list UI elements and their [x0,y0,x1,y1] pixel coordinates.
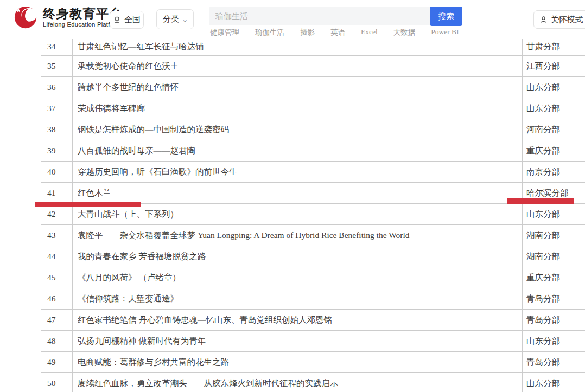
table-row[interactable]: 38 钢铁是怎样炼成的—中国制造的逆袭密码 河南分部 [41,119,585,140]
category-dropdown-label: 分类 [163,14,179,24]
row-number-cell: 41 [41,183,73,203]
row-branch-cell: 山东分部 [523,373,585,392]
logo-phoenix-icon [13,5,38,30]
row-title-cell[interactable]: 承载党初心使命的红色沃土 [73,56,523,76]
row-number-cell: 40 [41,162,73,182]
row-title-cell[interactable]: 荣成伟德将军碑廊 [73,98,523,119]
region-button[interactable]: 全国 [110,11,144,29]
row-branch-cell: 青岛分部 [523,288,585,309]
search-bar: 搜索 [209,7,462,26]
row-number-cell: 46 [41,288,73,309]
row-number-cell: 42 [41,204,73,224]
row-title-cell[interactable]: 红色家书绝笔信 丹心碧血铸忠魂—忆山东、青岛党组织创始人邓恩铭 [73,310,523,330]
search-button[interactable]: 搜索 [430,7,462,26]
row-title-cell[interactable]: 赓续红色血脉，勇立改革潮头——从胶东烽火到新时代征程的实践启示 [73,373,523,392]
row-title-cell[interactable]: 电商赋能：葛群修与乡村共富的花生之路 [73,352,523,372]
table-row[interactable]: 49 电商赋能：葛群修与乡村共富的花生之路 青岛分部 [41,352,585,373]
hot-tag[interactable]: 瑜伽生活 [255,28,284,37]
row-number-cell: 36 [41,77,73,98]
row-branch-cell: 山东分部 [523,98,585,119]
table-row[interactable]: 37 荣成伟德将军碑廊 山东分部 [41,98,585,119]
row-number-cell: 45 [41,267,73,288]
lifelong-education-platform-page: 终身教育平台 Lifelong Education Platform 全国 分类… [0,0,585,392]
row-number-cell: 48 [41,331,73,351]
table-row[interactable]: 47 红色家书绝笔信 丹心碧血铸忠魂—忆山东、青岛党组织创始人邓恩铭 青岛分部 [41,310,585,331]
table-row[interactable]: 41 红色木兰 哈尔滨分部 [41,183,585,204]
table-row[interactable]: 48 弘扬九间棚精神 做新时代有为青年 山东分部 [41,331,585,352]
hot-tag[interactable]: 大数据 [393,28,416,37]
row-number-cell: 44 [41,246,73,267]
row-branch-cell: 河南分部 [523,119,585,140]
table-row[interactable]: 34 甘肃红色记忆—红军长征与哈达铺 甘肃分部 [41,38,585,56]
row-title-cell[interactable]: 弘扬九间棚精神 做新时代有为青年 [73,331,523,351]
hot-tag[interactable]: 英语 [330,28,345,37]
person-icon [539,16,548,24]
row-number-cell: 35 [41,56,73,76]
row-branch-cell: 重庆分部 [523,140,585,161]
row-number-cell: 37 [41,98,73,119]
region-button-label: 全国 [124,15,141,25]
row-title-cell[interactable]: 大青山战斗（上、下系列） [73,204,523,224]
hot-search-tags: 健康管理瑜伽生活摄影英语Excel大数据Power BI [210,28,459,37]
row-number-cell: 34 [41,38,73,55]
row-branch-cell: 南京分部 [523,162,585,182]
row-branch-cell: 江西分部 [523,56,585,76]
row-number-cell: 50 [41,373,73,392]
table-row[interactable]: 40 穿越历史回响，听《石臼渔歌》的前世今生 南京分部 [41,162,585,183]
row-branch-cell: 甘肃分部 [523,38,585,55]
row-number-cell: 49 [41,352,73,372]
table-row[interactable]: 35 承载党初心使命的红色沃土 江西分部 [41,56,585,77]
highlight-underline-title [35,202,141,207]
highlight-underline-branch [507,198,574,204]
row-branch-cell: 山东分部 [523,331,585,351]
row-title-cell[interactable]: 袁隆平——杂交水稻覆盖全球梦 Yuan Longping: A Dream of… [73,225,523,246]
row-title-cell[interactable]: 我的青春在家乡 芳香福塘脱贫之路 [73,246,523,267]
hot-tag[interactable]: 健康管理 [210,28,239,37]
table-row[interactable]: 36 跨越半个多世纪的红色情怀 山东分部 [41,77,585,98]
care-mode-label: 关怀模式 [551,15,583,25]
location-pin-icon [113,16,121,24]
search-input[interactable] [209,7,430,25]
row-title-cell[interactable]: 穿越历史回响，听《石臼渔歌》的前世今生 [73,162,523,182]
table-row[interactable]: 46 《信仰筑路：天堑变通途》 青岛分部 [41,288,585,310]
row-branch-cell: 山东分部 [523,77,585,98]
top-header: 终身教育平台 Lifelong Education Platform 全国 分类… [0,0,585,39]
row-title-cell[interactable]: 甘肃红色记忆—红军长征与哈达铺 [73,38,523,55]
table-row[interactable]: 50 赓续红色血脉，勇立改革潮头——从胶东烽火到新时代征程的实践启示 山东分部 [41,373,585,392]
row-number-cell: 43 [41,225,73,246]
category-dropdown[interactable]: 分类 ⌄ [156,9,194,29]
row-branch-cell: 湖南分部 [523,225,585,246]
row-branch-cell: 山东分部 [523,204,585,224]
hot-tag[interactable]: 摄影 [300,28,315,37]
row-branch-cell: 重庆分部 [523,267,585,288]
chevron-down-icon: ⌄ [181,16,188,23]
row-title-cell[interactable]: 红色木兰 [73,183,523,203]
hot-tag[interactable]: Excel [361,28,378,37]
row-number-cell: 47 [41,310,73,330]
row-title-cell[interactable]: 《八月的风荷》 （卢绪章） [73,267,523,288]
row-title-cell[interactable]: 跨越半个多世纪的红色情怀 [73,77,523,98]
row-title-cell[interactable]: 八百孤雏的战时母亲——赵君陶 [73,140,523,161]
row-branch-cell: 青岛分部 [523,310,585,330]
row-branch-cell: 青岛分部 [523,352,585,372]
table-row[interactable]: 45 《八月的风荷》 （卢绪章） 重庆分部 [41,267,585,288]
table-row[interactable]: 42 大青山战斗（上、下系列） 山东分部 [41,204,585,225]
hot-tag[interactable]: Power BI [431,28,459,37]
row-title-cell[interactable]: 《信仰筑路：天堑变通途》 [73,288,523,309]
table-row[interactable]: 44 我的青春在家乡 芳香福塘脱贫之路 湖南分部 [41,246,585,267]
row-number-cell: 39 [41,140,73,161]
row-branch-cell: 湖南分部 [523,246,585,267]
row-number-cell: 38 [41,119,73,140]
course-table: 34 甘肃红色记忆—红军长征与哈达铺 甘肃分部 35 承载党初心使命的红色沃土 … [41,38,585,392]
platform-logo[interactable]: 终身教育平台 Lifelong Education Platform [13,5,123,30]
table-row[interactable]: 39 八百孤雏的战时母亲——赵君陶 重庆分部 [41,140,585,162]
care-mode-button[interactable]: 关怀模式 [533,10,585,29]
row-title-cell[interactable]: 钢铁是怎样炼成的—中国制造的逆袭密码 [73,119,523,140]
table-row[interactable]: 43 袁隆平——杂交水稻覆盖全球梦 Yuan Longping: A Dream… [41,225,585,246]
